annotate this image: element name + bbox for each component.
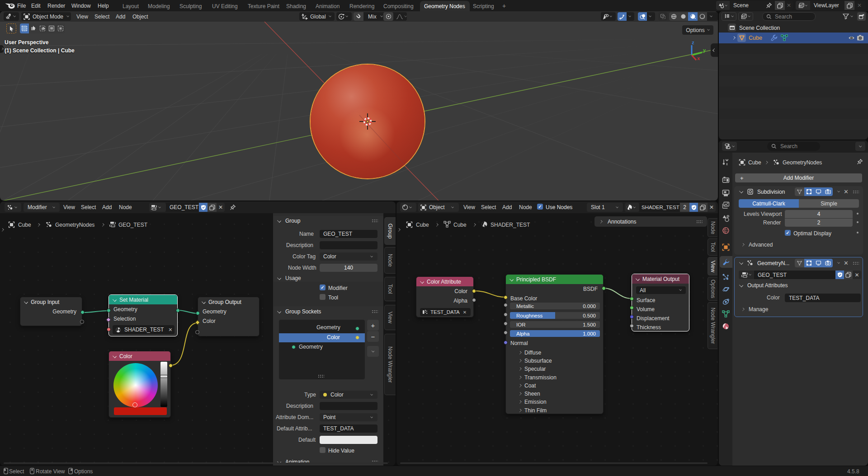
svg-text:x: x: [697, 56, 700, 61]
svg-text:z: z: [692, 40, 694, 45]
svg-text:y: y: [703, 47, 706, 53]
